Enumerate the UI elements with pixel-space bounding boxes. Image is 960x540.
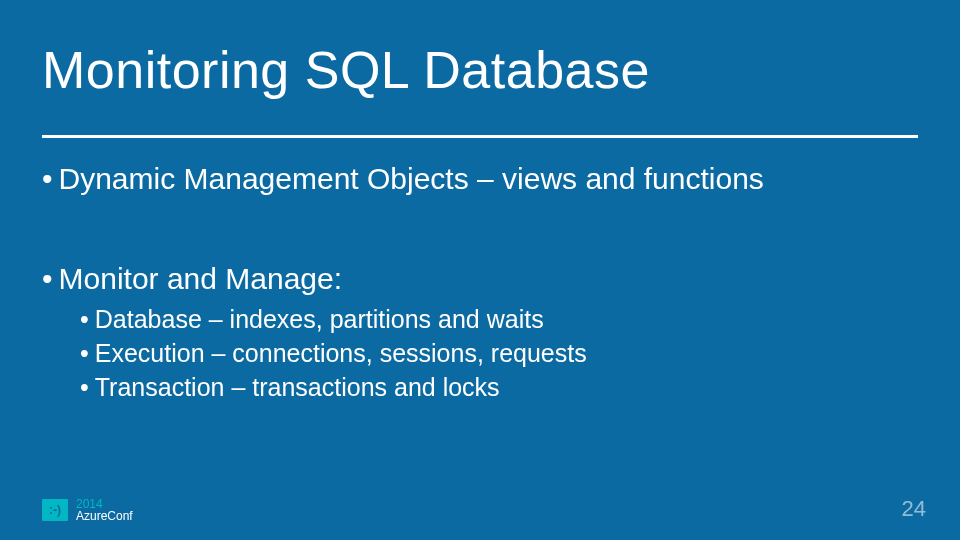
bullet-dot-icon: • xyxy=(80,303,89,337)
bullet-text: Dynamic Management Objects – views and f… xyxy=(59,160,764,198)
title-divider xyxy=(42,135,918,138)
bullet-level2: • Transaction – transactions and locks xyxy=(80,371,918,405)
slide-title: Monitoring SQL Database xyxy=(42,40,922,100)
bullet-level2: • Database – indexes, partitions and wai… xyxy=(80,303,918,337)
bullet-dot-icon: • xyxy=(80,337,89,371)
logo-text: 2014 AzureConf xyxy=(76,498,133,522)
logo-conf: AzureConf xyxy=(76,510,133,522)
page-number: 24 xyxy=(902,496,926,522)
bullet-dot-icon: • xyxy=(42,260,53,298)
sub-bullet-list: • Database – indexes, partitions and wai… xyxy=(80,303,918,404)
bullet-text: Transaction – transactions and locks xyxy=(95,371,500,405)
footer-logo: :-) 2014 AzureConf xyxy=(42,498,133,522)
bullet-text: Monitor and Manage: xyxy=(59,260,343,298)
slide-body: • Dynamic Management Objects – views and… xyxy=(42,160,918,404)
bullet-dot-icon: • xyxy=(42,160,53,198)
blank-line xyxy=(42,198,918,260)
bullet-text: Execution – connections, sessions, reque… xyxy=(95,337,587,371)
bullet-level1: • Monitor and Manage: xyxy=(42,260,918,298)
bullet-text: Database – indexes, partitions and waits xyxy=(95,303,544,337)
bullet-dot-icon: • xyxy=(80,371,89,405)
bullet-level2: • Execution – connections, sessions, req… xyxy=(80,337,918,371)
logo-badge-icon: :-) xyxy=(42,499,68,521)
slide: Monitoring SQL Database • Dynamic Manage… xyxy=(0,0,960,540)
bullet-level1: • Dynamic Management Objects – views and… xyxy=(42,160,918,198)
